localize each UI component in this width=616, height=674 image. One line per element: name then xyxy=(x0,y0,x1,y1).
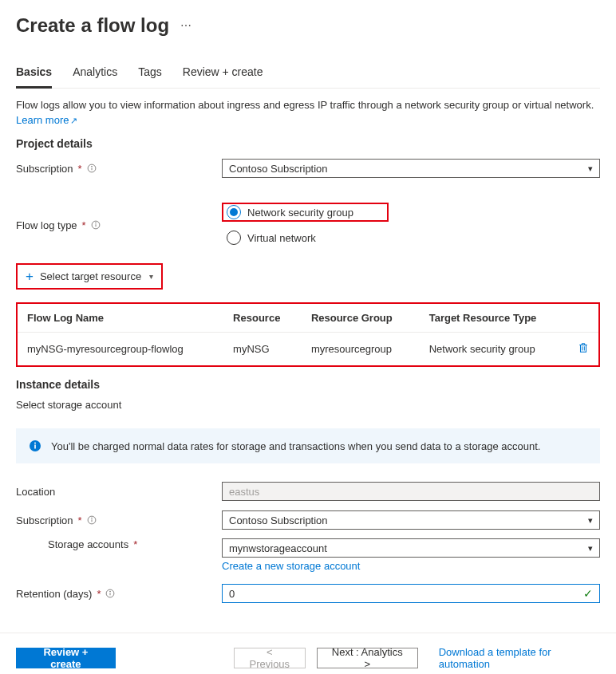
location-input: eastus xyxy=(222,482,600,501)
tab-basics[interactable]: Basics xyxy=(16,65,52,89)
radio-unchecked-icon xyxy=(227,231,241,245)
previous-button: < Previous xyxy=(234,648,306,668)
storage-account-select[interactable]: mynwstorageaccount ▾ xyxy=(222,538,600,558)
subscription-select[interactable]: Contoso Subscription ▾ xyxy=(222,159,600,178)
intro-text: Flow logs allow you to view information … xyxy=(16,98,600,112)
select-target-resource-button[interactable]: + Select target resource ▾ xyxy=(16,263,163,290)
svg-point-15 xyxy=(34,443,36,444)
review-create-button[interactable]: Review + create xyxy=(16,648,116,668)
subscription-label: Subscription * xyxy=(16,163,222,175)
svg-rect-6 xyxy=(581,345,586,353)
info-icon[interactable] xyxy=(87,515,97,525)
storage-accounts-label: Storage accounts * xyxy=(48,538,222,550)
target-resource-table: Flow Log Name Resource Resource Group Ta… xyxy=(16,302,600,367)
delete-icon[interactable] xyxy=(578,342,589,353)
external-link-icon: ↗ xyxy=(70,116,77,125)
project-details-heading: Project details xyxy=(16,137,600,150)
info-icon[interactable] xyxy=(91,220,101,230)
subscription2-label: Subscription * xyxy=(16,514,222,526)
table-row: myNSG-myresourcegroup-flowlog myNSG myre… xyxy=(18,333,598,366)
page-header: Create a flow log ⋯ xyxy=(16,14,600,37)
chevron-down-icon: ▾ xyxy=(588,543,593,554)
svg-point-21 xyxy=(110,591,111,592)
col-flow-log-name: Flow Log Name xyxy=(18,304,223,333)
info-icon[interactable] xyxy=(87,164,97,173)
info-icon xyxy=(29,439,41,452)
tab-tags[interactable]: Tags xyxy=(138,65,162,88)
flow-log-type-radio-group: Network security group Virtual network xyxy=(222,203,600,247)
create-storage-link[interactable]: Create a new storage account xyxy=(222,560,360,572)
page-title: Create a flow log xyxy=(16,14,169,37)
tab-review-create[interactable]: Review + create xyxy=(183,65,263,88)
download-template-link[interactable]: Download a template for automation xyxy=(439,646,600,670)
next-button[interactable]: Next : Analytics > xyxy=(317,648,418,668)
instance-details-heading: Instance details xyxy=(16,378,600,391)
wizard-footer: Review + create < Previous Next : Analyt… xyxy=(0,633,616,674)
storage-info-banner: You'll be charged normal data rates for … xyxy=(16,428,600,463)
location-label: Location xyxy=(16,486,222,498)
radio-checked-icon xyxy=(227,205,241,219)
chevron-down-icon: ▾ xyxy=(588,164,593,174)
learn-more-link[interactable]: Learn more↗ xyxy=(16,114,77,126)
retention-input[interactable]: 0 ✓ xyxy=(222,584,600,603)
tab-analytics[interactable]: Analytics xyxy=(73,65,117,88)
checkmark-icon: ✓ xyxy=(583,587,593,600)
col-resource: Resource xyxy=(223,304,302,333)
chevron-down-icon: ▾ xyxy=(149,272,153,281)
col-resource-group: Resource Group xyxy=(302,304,420,333)
svg-point-5 xyxy=(95,223,96,223)
wizard-tabs: Basics Analytics Tags Review + create xyxy=(16,65,600,89)
chevron-down-icon: ▾ xyxy=(588,515,593,526)
radio-nsg[interactable]: Network security group xyxy=(222,203,389,222)
flow-log-type-label: Flow log type * xyxy=(16,219,222,231)
svg-point-18 xyxy=(91,518,92,518)
plus-icon: + xyxy=(26,270,34,283)
subscription2-select[interactable]: Contoso Subscription ▾ xyxy=(222,510,600,530)
more-actions-icon[interactable]: ⋯ xyxy=(180,19,192,32)
select-storage-label: Select storage account xyxy=(16,399,600,411)
retention-label: Retention (days) * xyxy=(16,588,222,600)
svg-rect-14 xyxy=(34,445,36,449)
col-target-type: Target Resource Type xyxy=(420,304,568,333)
svg-point-2 xyxy=(91,166,92,167)
info-icon[interactable] xyxy=(105,589,115,598)
radio-vnet[interactable]: Virtual network xyxy=(222,228,600,247)
